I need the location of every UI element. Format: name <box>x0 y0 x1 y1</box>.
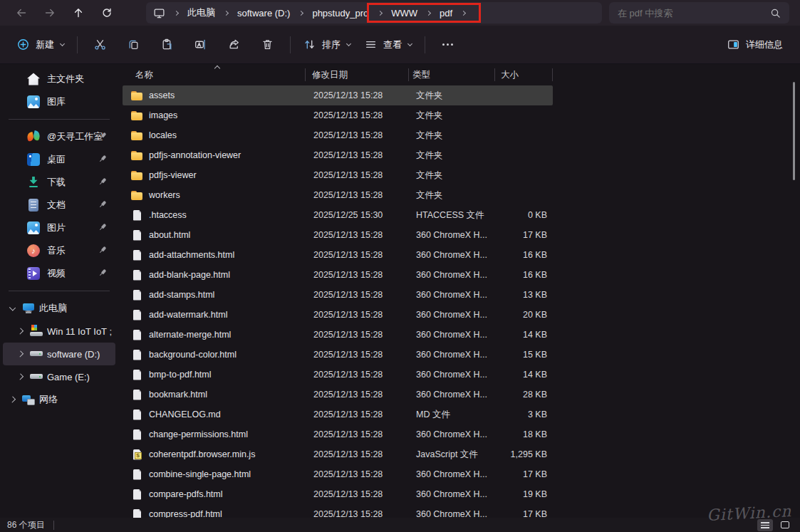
share-button[interactable] <box>217 31 251 58</box>
column-separator[interactable] <box>552 68 553 81</box>
file-row[interactable]: change-permissions.html 2025/12/13 15:28… <box>123 424 553 444</box>
file-type-cell: 360 ChromeX H... <box>404 270 490 280</box>
file-row[interactable]: combine-single-page.html 2025/12/13 15:2… <box>123 464 553 484</box>
back-button[interactable] <box>7 2 36 24</box>
file-row[interactable]: pdfjs-annotation-viewer 2025/12/13 15:28… <box>123 145 553 165</box>
large-icons-view-toggle[interactable] <box>777 519 793 531</box>
vertical-scrollbar[interactable] <box>793 82 795 180</box>
file-row[interactable]: bookmark.html 2025/12/13 15:28 360 Chrom… <box>123 385 553 405</box>
tree-item-label: software (D:) <box>47 349 100 360</box>
file-row[interactable]: workers 2025/12/13 15:28 文件夹 <box>123 185 553 205</box>
file-row[interactable]: pdfjs-viewer 2025/12/13 15:28 文件夹 <box>123 165 553 185</box>
file-name-cell: CHANGELOG.md <box>123 410 301 420</box>
file-row[interactable]: .htaccess 2025/12/25 15:30 HTACCESS 文件 0… <box>123 205 553 225</box>
refresh-button[interactable] <box>93 2 121 24</box>
file-row[interactable]: CHANGELOG.md 2025/12/13 15:28 MD 文件 3 KB <box>123 405 553 424</box>
file-type-icon <box>133 230 142 241</box>
cut-icon <box>94 38 106 51</box>
file-type-cell: 文件夹 <box>404 150 490 162</box>
tree-expand-chevron-icon[interactable] <box>9 396 16 402</box>
file-row[interactable]: images 2025/12/13 15:28 文件夹 <box>123 105 553 125</box>
file-date-cell: 2025/12/13 15:28 <box>301 310 404 320</box>
search-input[interactable] <box>618 8 770 19</box>
file-name: pdfjs-viewer <box>149 170 197 180</box>
file-row[interactable]: add-blank-page.html 2025/12/13 15:28 360… <box>123 265 553 285</box>
details-view-toggle[interactable] <box>757 519 773 531</box>
file-type-cell: 文件夹 <box>404 169 490 182</box>
sidebar-item-pinned[interactable]: 文档 <box>3 194 115 217</box>
tree-expand-chevron-icon[interactable] <box>17 373 24 380</box>
file-size-cell: 18 KB <box>490 429 549 439</box>
new-button[interactable]: 新建 <box>10 33 71 57</box>
breadcrumb-phpstudy-pro[interactable]: phpstudy_pro <box>311 6 370 20</box>
file-row[interactable]: compare-pdfs.html 2025/12/13 15:28 360 C… <box>123 484 553 504</box>
more-options-button[interactable] <box>431 31 464 58</box>
file-row[interactable]: add-watermark.html 2025/12/13 15:28 360 … <box>123 305 553 325</box>
tree-expand-chevron-icon[interactable] <box>9 304 16 311</box>
sidebar-item-label: 下载 <box>47 176 66 189</box>
file-date-cell: 2025/12/13 15:28 <box>301 489 404 499</box>
tree-item[interactable]: 网络 <box>3 388 115 411</box>
address-bar[interactable]: 此电脑 software (D:) phpstudy_pro WWW pdf <box>146 2 602 24</box>
sidebar-item-icon <box>27 95 40 108</box>
column-header-date[interactable]: 修改日期 <box>312 69 348 81</box>
sidebar-item-pinned[interactable]: @天寻工作室 <box>3 125 115 148</box>
sidebar-item-pinned[interactable]: 音乐 <box>3 239 115 262</box>
breadcrumb-www[interactable]: WWW <box>390 6 419 20</box>
sidebar-item-pinned[interactable]: 下载 <box>3 171 115 194</box>
copy-button[interactable] <box>117 31 150 58</box>
forward-button[interactable] <box>36 2 64 24</box>
paste-button[interactable] <box>150 31 184 58</box>
file-size-cell: 15 KB <box>490 350 549 360</box>
sidebar-item[interactable]: 图库 <box>3 90 115 113</box>
column-separator[interactable] <box>408 68 409 81</box>
sort-icon <box>303 38 316 51</box>
search-box[interactable] <box>609 2 789 24</box>
file-row[interactable]: add-attachments.html 2025/12/13 15:28 36… <box>123 245 553 265</box>
tree-item[interactable]: 此电脑 <box>3 297 115 320</box>
file-row[interactable]: about.html 2025/12/13 15:28 360 ChromeX … <box>123 225 553 245</box>
tree-expand-chevron-icon[interactable] <box>17 350 24 357</box>
sidebar-item[interactable]: 主文件夹 <box>3 68 115 90</box>
breadcrumb-this-pc[interactable]: 此电脑 <box>186 5 217 21</box>
column-header-name[interactable]: 名称 <box>135 69 153 81</box>
file-size-cell: 3 KB <box>490 410 549 419</box>
back-icon <box>16 7 27 19</box>
column-separator[interactable] <box>305 68 306 81</box>
details-pane-icon <box>727 38 739 51</box>
cut-button[interactable] <box>83 31 117 58</box>
file-row[interactable]: assets 2025/12/13 15:28 文件夹 <box>123 85 553 105</box>
tree-item[interactable]: software (D:) <box>3 343 115 365</box>
view-button[interactable]: 查看 <box>358 33 419 57</box>
file-date-cell: 2025/12/13 15:28 <box>301 350 404 360</box>
new-icon <box>17 38 29 51</box>
sidebar-item-pinned[interactable]: 视频 <box>3 262 115 285</box>
sidebar-item-pinned[interactable]: 桌面 <box>3 148 115 171</box>
column-header-size[interactable]: 大小 <box>501 69 519 81</box>
file-type-cell: 360 ChromeX H... <box>404 429 490 439</box>
file-row[interactable]: bmp-to-pdf.html 2025/12/13 15:28 360 Chr… <box>123 365 553 385</box>
up-button[interactable] <box>64 2 93 24</box>
file-row[interactable]: background-color.html 2025/12/13 15:28 3… <box>123 345 553 365</box>
column-separator[interactable] <box>494 68 495 81</box>
file-row[interactable]: coherentpdf.browser.min.js 2025/12/13 15… <box>123 444 553 464</box>
sort-button[interactable]: 排序 <box>296 33 358 57</box>
tree-item[interactable]: Game (E:) <box>3 365 115 388</box>
sidebar-tree-section: 此电脑 Win 11 IoT IoT ; software (D:) Game … <box>0 297 118 411</box>
file-row[interactable]: add-stamps.html 2025/12/13 15:28 360 Chr… <box>123 285 553 305</box>
file-type-cell: 文件夹 <box>404 130 490 142</box>
sidebar-item-pinned[interactable]: 图片 <box>3 217 115 239</box>
tree-expand-chevron-icon[interactable] <box>17 328 24 334</box>
breadcrumb-pdf[interactable]: pdf <box>438 6 454 20</box>
file-row[interactable]: locales 2025/12/13 15:28 文件夹 <box>123 125 553 145</box>
tree-item[interactable]: Win 11 IoT IoT ; <box>3 320 115 343</box>
file-row[interactable]: alternate-merge.html 2025/12/13 15:28 36… <box>123 325 553 345</box>
breadcrumb-software-d[interactable]: software (D:) <box>236 6 291 20</box>
file-size-cell: 17 KB <box>490 509 549 518</box>
file-row[interactable]: compress-pdf.html 2025/12/13 15:28 360 C… <box>123 504 553 518</box>
column-header-type[interactable]: 类型 <box>412 69 430 81</box>
details-pane-button[interactable]: 详细信息 <box>720 33 790 57</box>
rename-button[interactable] <box>184 31 217 58</box>
tree-item-label: Game (E:) <box>47 372 90 382</box>
delete-button[interactable] <box>251 31 284 58</box>
